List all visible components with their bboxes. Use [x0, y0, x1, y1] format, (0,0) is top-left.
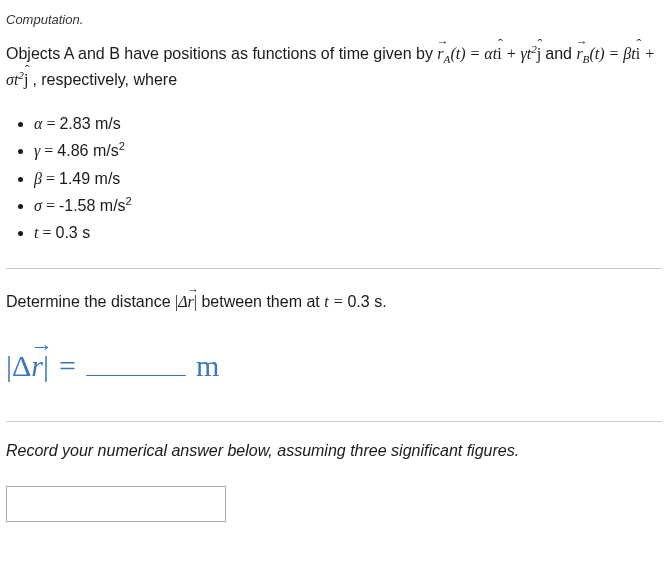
text: Determine the distance	[6, 293, 175, 310]
answer-expression: |Δr| = m	[6, 349, 662, 383]
answer-unit: m	[196, 349, 219, 383]
delta-r-abs: |Δr|	[175, 293, 197, 310]
eq-rA: rA(t) = αti + γt2j	[437, 45, 545, 62]
text: Objects A and B have positions as functi…	[6, 45, 437, 62]
text: between them at	[201, 293, 324, 310]
param-sigma: σ = -1.58 m/s2	[34, 192, 662, 219]
parameter-list: α = 2.83 m/s γ = 4.86 m/s2 β = 1.49 m/s …	[6, 110, 662, 246]
param-gamma: γ = 4.86 m/s2	[34, 137, 662, 164]
answer-input[interactable]	[6, 486, 226, 522]
param-beta: β = 1.49 m/s	[34, 165, 662, 192]
text: and	[545, 45, 576, 62]
question: Determine the distance |Δr| between them…	[6, 289, 662, 315]
divider	[6, 268, 662, 269]
divider	[6, 421, 662, 422]
section-label: Computation.	[6, 12, 662, 27]
answer-blank	[86, 357, 186, 376]
problem-statement: Objects A and B have positions as functi…	[6, 41, 662, 92]
param-t: t = 0.3 s	[34, 219, 662, 246]
text: , respectively, where	[32, 71, 177, 88]
instruction: Record your numerical answer below, assu…	[6, 442, 662, 460]
t-val: 0.3 s.	[347, 293, 386, 310]
t-eq: t =	[324, 293, 347, 310]
param-alpha: α = 2.83 m/s	[34, 110, 662, 137]
